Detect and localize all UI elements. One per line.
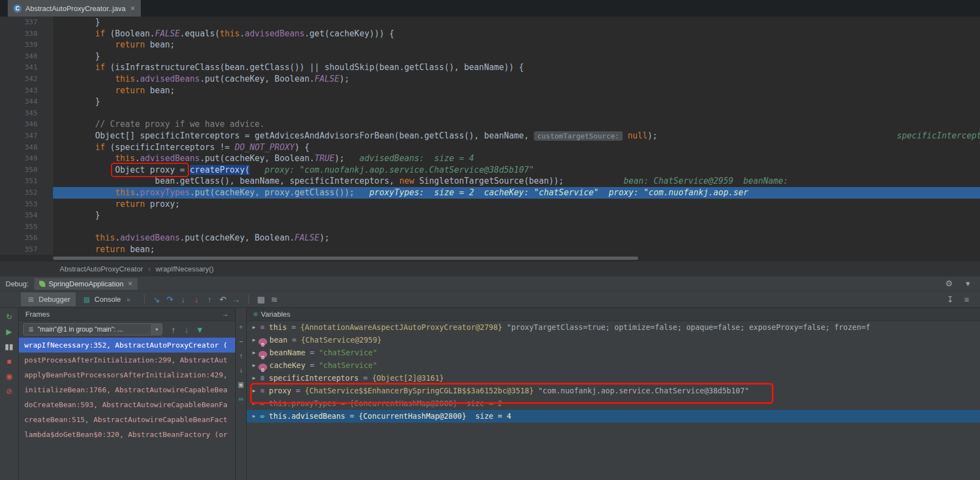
drop-frame-icon[interactable]: ↶ [216, 295, 230, 305]
code-line[interactable]: 348 if (specificInterceptors != DO_NOT_P… [0, 142, 980, 153]
frames-options-icon[interactable]: → [221, 310, 229, 318]
code-line[interactable]: 356 this.advisedBeans.put(cacheKey, Bool… [0, 232, 980, 244]
line-number[interactable]: 350 [0, 164, 53, 176]
expand-arrow-icon[interactable]: ▶ [250, 397, 258, 410]
expand-arrow-icon[interactable]: ▶ [250, 346, 258, 359]
view-breakpoints-icon[interactable]: ◉ [6, 372, 12, 381]
show-watches-icon[interactable]: ∞ [239, 395, 243, 403]
next-frame-icon[interactable]: ↓ [180, 325, 193, 334]
threads-view-icon[interactable]: ≋ [268, 295, 281, 305]
tab-close-icon[interactable]: × [130, 4, 135, 13]
line-number[interactable]: 349 [0, 153, 53, 164]
code-line[interactable]: 345 [0, 108, 980, 119]
code-line[interactable]: 353 return proxy; [0, 199, 980, 210]
thread-selector[interactable]: ≣ "main"@1 in group "main": ... ▼ [23, 323, 162, 335]
variable-row[interactable]: ▶∞this.advisedBeans = {ConcurrentHashMap… [247, 410, 980, 423]
line-number[interactable]: 357 [0, 244, 53, 255]
previous-frame-icon[interactable]: ↑ [167, 325, 180, 334]
remove-watch-icon[interactable]: − [239, 338, 243, 345]
frame-row[interactable]: lambda$doGetBean$0:320, AbstractBeanFact… [19, 427, 235, 442]
horizontal-scrollbar-track[interactable] [0, 255, 980, 261]
line-number[interactable]: 351 [0, 175, 53, 187]
code-line[interactable]: 352 this.proxyTypes.put(cacheKey, proxy.… [0, 187, 980, 199]
line-number[interactable]: 342 [0, 73, 53, 85]
mute-breakpoints-icon[interactable]: ⊘ [6, 387, 13, 396]
tab-console[interactable]: ▤ Console » [77, 292, 139, 306]
force-step-into-icon[interactable]: ↓ [190, 295, 203, 304]
chevron-down-icon[interactable]: ▾ [961, 279, 974, 289]
line-number[interactable]: 345 [0, 108, 53, 119]
variable-row[interactable]: ▶≣specificInterceptors = {Object[2]@3161… [247, 372, 980, 385]
code-line[interactable]: 337 } [0, 17, 980, 28]
expand-arrow-icon[interactable]: ▶ [250, 359, 258, 372]
session-tab[interactable]: SpringDemoApplication × [34, 278, 137, 290]
line-number[interactable]: 354 [0, 210, 53, 221]
expand-arrow-icon[interactable]: ▶ [250, 410, 258, 423]
pause-icon[interactable]: ▮▮ [5, 342, 13, 351]
frame-row[interactable]: doCreateBean:593, AbstractAutowireCapabl… [19, 397, 235, 412]
line-number[interactable]: 339 [0, 39, 53, 51]
code-line[interactable]: 343 return bean; [0, 85, 980, 97]
expand-arrow-icon[interactable]: ▶ [250, 334, 258, 346]
stop-icon[interactable]: ■ [7, 357, 11, 366]
step-into-icon[interactable]: ↓ [177, 295, 190, 304]
code-line[interactable]: 338 if (Boolean.FALSE.equals(this.advise… [0, 28, 980, 40]
breadcrumb-class[interactable]: AbstractAutoProxyCreator [60, 265, 143, 273]
dropdown-arrow-icon[interactable]: ▼ [151, 324, 162, 335]
code-line[interactable]: 340 } [0, 51, 980, 62]
frame-row[interactable]: applyBeanPostProcessorsAfterInitializati… [19, 367, 235, 382]
line-number[interactable]: 356 [0, 232, 53, 244]
variable-row[interactable]: ▶≡this = {AnnotationAwareAspectJAutoProx… [247, 321, 980, 334]
session-tab-close-icon[interactable]: × [128, 279, 133, 288]
run-to-cursor-icon[interactable]: → [230, 295, 243, 304]
frame-row[interactable]: postProcessAfterInitialization:299, Abst… [19, 353, 235, 367]
code-line[interactable]: 347 Object[] specificInterceptors = getA… [0, 130, 980, 142]
duplicate-watch-icon[interactable]: ▣ [238, 381, 244, 388]
code-line[interactable]: 344 } [0, 96, 980, 108]
scroll-to-end-icon[interactable]: » [124, 296, 133, 303]
frame-row[interactable]: initializeBean:1766, AbstractAutowireCap… [19, 382, 235, 397]
variable-row[interactable]: ▶≡proxy = {ChatService$$EnhancerBySpring… [247, 385, 980, 397]
show-execution-point-icon[interactable]: ↘ [150, 295, 163, 305]
settings-menu-icon[interactable]: ≡ [960, 295, 973, 304]
code-line[interactable]: 355 [0, 221, 980, 233]
step-over-icon[interactable]: ↷ [163, 295, 177, 305]
code-line[interactable]: 354 } [0, 210, 980, 221]
line-number[interactable]: 346 [0, 119, 53, 130]
code-line[interactable]: 342 this.advisedBeans.put(cacheKey, Bool… [0, 73, 980, 85]
code-line[interactable]: 339 return bean; [0, 39, 980, 51]
tab-debugger[interactable]: ⊞ Debugger [21, 292, 76, 306]
line-number[interactable]: 352 [0, 187, 53, 199]
expand-arrow-icon[interactable]: ▶ [250, 372, 258, 385]
horizontal-scrollbar-thumb[interactable] [53, 257, 638, 260]
frame-row[interactable]: wrapIfNecessary:352, AbstractAutoProxyCr… [19, 338, 235, 353]
line-number[interactable]: 343 [0, 85, 53, 97]
code-line[interactable]: 357 return bean; [0, 244, 980, 255]
code-line[interactable]: 341 if (isInfrastructureClass(bean.getCl… [0, 62, 980, 73]
breadcrumb-method[interactable]: wrapIfNecessary() [156, 265, 214, 273]
resume-icon[interactable]: ▶ [6, 327, 12, 336]
scroll-down-icon[interactable]: ↧ [944, 295, 957, 305]
line-number[interactable]: 347 [0, 130, 53, 142]
step-out-icon[interactable]: ↑ [203, 295, 216, 304]
restore-layout-icon[interactable]: ▦ [255, 295, 268, 305]
move-watch-up-icon[interactable]: ↑ [240, 352, 243, 360]
move-watch-down-icon[interactable]: ↓ [240, 366, 243, 374]
settings-gear-icon[interactable]: ⚙ [942, 279, 956, 289]
expand-arrow-icon[interactable]: ▶ [250, 321, 258, 334]
variable-row[interactable]: ▶∞this.proxyTypes = {ConcurrentHashMap@2… [247, 397, 980, 410]
frame-row[interactable]: createBean:515, AbstractAutowireCapableB… [19, 412, 235, 427]
filter-frames-icon[interactable]: ▼ [193, 325, 206, 334]
line-number[interactable]: 338 [0, 28, 53, 40]
rerun-debug-icon[interactable]: ↻ [6, 312, 13, 321]
line-number[interactable]: 344 [0, 96, 53, 108]
line-number[interactable]: 341 [0, 62, 53, 73]
code-line[interactable]: 346 // Create proxy if we have advice. [0, 119, 980, 130]
line-number[interactable]: 353 [0, 199, 53, 210]
code-line[interactable]: 351 bean.getClass(), beanName, specificI… [0, 175, 980, 187]
line-number[interactable]: 340 [0, 51, 53, 62]
line-number[interactable]: 355 [0, 221, 53, 233]
line-number[interactable]: 348 [0, 142, 53, 153]
variable-row[interactable]: ▶pbean = {ChatService@2959} [247, 334, 980, 346]
variable-row[interactable]: ▶pbeanName = "chatService" [247, 346, 980, 359]
